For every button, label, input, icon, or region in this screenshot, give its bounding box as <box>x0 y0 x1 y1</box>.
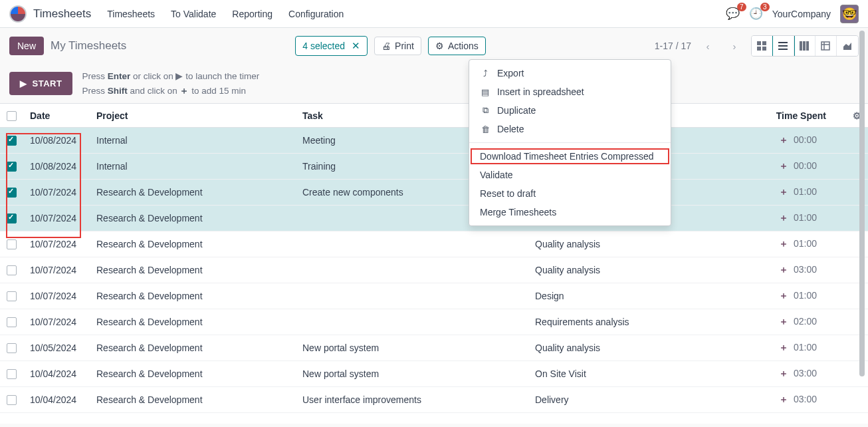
table-row[interactable]: 10/07/2024Research & DevelopmentQuality … <box>0 231 868 257</box>
col-project[interactable]: Project <box>90 104 296 127</box>
table-row[interactable]: 10/07/2024Research & DevelopmentDelivery… <box>0 205 868 231</box>
nav-timesheets[interactable]: Timesheets <box>107 9 155 19</box>
cell-project[interactable]: Research & Development <box>90 205 296 231</box>
row-checkbox[interactable] <box>7 291 17 301</box>
cell-time[interactable]: ＋00:00 <box>714 153 846 179</box>
cell-project[interactable]: Research & Development <box>90 179 296 205</box>
cell-date[interactable]: 10/07/2024 <box>23 179 90 205</box>
company-name[interactable]: YourCompany <box>772 9 831 19</box>
add-time-icon[interactable]: ＋ <box>779 368 788 378</box>
select-all-checkbox[interactable] <box>7 111 17 121</box>
action-insert-spreadsheet[interactable]: ▤Insert in spreadsheet <box>469 82 671 101</box>
view-pivot-icon[interactable] <box>815 36 837 56</box>
cell-task[interactable] <box>296 309 528 335</box>
cell-task[interactable] <box>296 231 528 257</box>
action-download-compressed[interactable]: Download Timesheet Entries Compressed <box>469 147 671 166</box>
view-chart-icon[interactable] <box>837 36 858 56</box>
cell-project[interactable]: Internal <box>90 153 296 179</box>
cell-description[interactable]: Quality analysis <box>528 257 714 283</box>
table-scroll[interactable]: Date Project Task Time Spent ⚙ 10/08/202… <box>0 103 868 424</box>
cell-project[interactable]: Research & Development <box>90 386 296 412</box>
pager-prev[interactable]: ‹ <box>698 36 718 56</box>
cell-date[interactable]: 10/07/2024 <box>23 205 90 231</box>
row-checkbox[interactable] <box>7 162 17 172</box>
action-merge[interactable]: Merge Timesheets <box>469 203 671 221</box>
table-row[interactable]: 10/08/2024InternalMeeting＋00:00 <box>0 127 868 153</box>
add-time-icon[interactable]: ＋ <box>779 238 788 249</box>
action-export[interactable]: ⤴Export <box>469 64 671 82</box>
cell-date[interactable]: 10/07/2024 <box>23 231 90 257</box>
col-time-spent[interactable]: Time Spent <box>714 104 846 127</box>
table-row[interactable]: 10/07/2024Research & DevelopmentRequirem… <box>0 309 868 335</box>
cell-description[interactable]: Requirements analysis <box>528 309 714 335</box>
cell-time[interactable]: ＋00:00 <box>714 127 846 153</box>
cell-time[interactable]: ＋01:00 <box>714 231 846 257</box>
user-avatar[interactable]: 🤓 <box>840 5 859 23</box>
table-row[interactable]: 10/07/2024Research & DevelopmentDesign＋0… <box>0 283 868 309</box>
cell-description[interactable]: On Site Visit <box>528 360 714 386</box>
row-checkbox[interactable] <box>7 369 17 379</box>
view-list-icon[interactable] <box>773 36 794 56</box>
cell-time[interactable]: ＋03:00 <box>714 257 846 283</box>
cell-task[interactable] <box>296 283 528 309</box>
row-checkbox[interactable] <box>7 343 17 353</box>
activities-icon[interactable]: 🕘 3 <box>749 7 763 21</box>
cell-description[interactable]: Quality analysis <box>528 335 714 360</box>
add-time-icon[interactable]: ＋ <box>779 342 788 353</box>
cell-time[interactable]: ＋01:00 <box>714 179 846 205</box>
new-button[interactable]: New <box>9 37 44 55</box>
scrollbar-thumb[interactable] <box>859 31 865 376</box>
start-button[interactable]: ▶ START <box>9 72 72 95</box>
cell-time[interactable]: ＋01:00 <box>714 283 846 309</box>
cell-time[interactable]: ＋03:00 <box>714 386 846 412</box>
cell-date[interactable]: 10/08/2024 <box>23 153 90 179</box>
nav-reporting[interactable]: Reporting <box>232 9 272 19</box>
row-checkbox[interactable] <box>7 395 17 405</box>
add-time-icon[interactable]: ＋ <box>779 160 788 171</box>
table-row[interactable]: 10/05/2024Research & DevelopmentNew port… <box>0 335 868 360</box>
cell-task[interactable]: New portal system <box>296 335 528 360</box>
row-checkbox[interactable] <box>7 265 17 275</box>
scrollbar-vertical[interactable] <box>857 31 867 423</box>
col-date[interactable]: Date <box>23 104 90 127</box>
row-checkbox[interactable] <box>7 317 17 327</box>
action-delete[interactable]: 🗑Delete <box>469 120 671 138</box>
cell-task[interactable]: New portal system <box>296 360 528 386</box>
cell-date[interactable]: 10/04/2024 <box>23 360 90 386</box>
pager-next[interactable]: › <box>724 36 744 56</box>
messages-icon[interactable]: 💬 7 <box>726 7 740 21</box>
table-row[interactable]: 10/04/2024Research & DevelopmentNew port… <box>0 360 868 386</box>
row-checkbox[interactable] <box>7 188 17 198</box>
cell-project[interactable]: Research & Development <box>90 335 296 360</box>
pager-text[interactable]: 1-17 / 17 <box>655 41 691 51</box>
add-time-icon[interactable]: ＋ <box>779 186 788 197</box>
nav-to-validate[interactable]: To Validate <box>171 9 216 19</box>
print-button[interactable]: 🖨 Print <box>374 37 421 55</box>
add-time-icon[interactable]: ＋ <box>779 134 788 145</box>
table-row[interactable]: 10/07/2024Research & DevelopmentCreate n… <box>0 179 868 205</box>
cell-project[interactable]: Research & Development <box>90 360 296 386</box>
cell-project[interactable]: Research & Development <box>90 257 296 283</box>
cell-time[interactable]: ＋03:00 <box>714 360 846 386</box>
cell-date[interactable]: 10/07/2024 <box>23 309 90 335</box>
actions-button[interactable]: ⚙ Actions <box>428 37 486 55</box>
cell-date[interactable]: 10/07/2024 <box>23 283 90 309</box>
row-checkbox[interactable] <box>7 239 17 249</box>
cell-description[interactable]: Delivery <box>528 386 714 412</box>
cell-time[interactable]: ＋01:00 <box>714 205 846 231</box>
cell-project[interactable]: Research & Development <box>90 283 296 309</box>
action-duplicate[interactable]: ⧉Duplicate <box>469 101 671 120</box>
cell-task[interactable]: User interface improvements <box>296 386 528 412</box>
add-time-icon[interactable]: ＋ <box>779 264 788 275</box>
cell-description[interactable]: Quality analysis <box>528 231 714 257</box>
clear-selection-icon[interactable]: ✕ <box>352 40 360 52</box>
row-checkbox[interactable] <box>7 136 17 146</box>
view-kanban-icon[interactable] <box>752 36 773 56</box>
action-validate[interactable]: Validate <box>469 166 671 184</box>
add-time-icon[interactable]: ＋ <box>779 316 788 327</box>
add-time-icon[interactable]: ＋ <box>779 290 788 301</box>
add-time-icon[interactable]: ＋ <box>779 212 788 223</box>
app-logo[interactable] <box>9 5 27 23</box>
cell-time[interactable]: ＋02:00 <box>714 309 846 335</box>
nav-configuration[interactable]: Configuration <box>288 9 344 19</box>
